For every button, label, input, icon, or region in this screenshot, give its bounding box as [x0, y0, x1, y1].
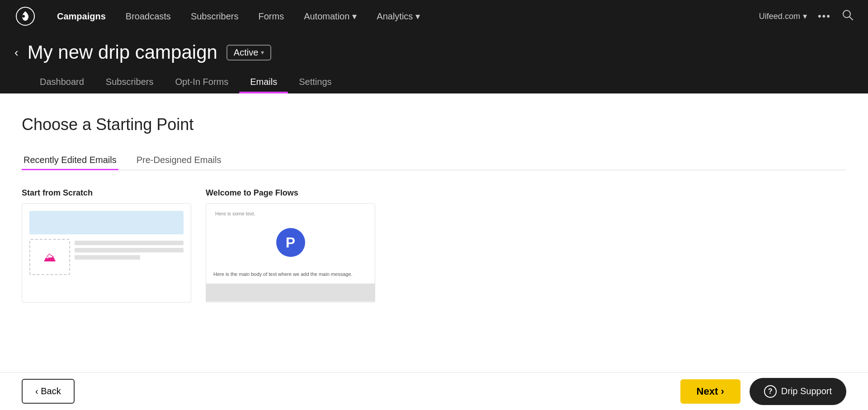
nav-forms[interactable]: Forms: [248, 0, 294, 33]
card-scratch-label: Start from Scratch: [22, 188, 191, 198]
campaign-title-row: ‹ My new drip campaign Active ▾: [14, 42, 854, 70]
nav-automation[interactable]: Automation ▾: [294, 0, 367, 33]
search-icon[interactable]: [842, 9, 854, 23]
drip-support-button[interactable]: ? Drip Support: [750, 378, 846, 405]
nav-analytics[interactable]: Analytics ▾: [367, 0, 430, 33]
tab-recently-edited[interactable]: Recently Edited Emails: [22, 150, 118, 170]
nav-subscribers[interactable]: Subscribers: [181, 0, 249, 33]
pf-body-text: Here is the main body of text where we a…: [206, 267, 375, 284]
section-title: Choose a Starting Point: [22, 115, 846, 134]
card-pageflows-label: Welcome to Page Flows: [206, 188, 375, 198]
next-button[interactable]: Next ›: [680, 379, 741, 404]
nav-broadcasts[interactable]: Broadcasts: [116, 0, 181, 33]
pf-some-text: Here is some text.: [215, 211, 255, 216]
campaign-back-arrow[interactable]: ‹: [14, 46, 19, 60]
content-tabs: Recently Edited Emails Pre-Designed Emai…: [22, 150, 846, 170]
scratch-line-2: [75, 248, 184, 252]
help-icon: ?: [764, 385, 777, 398]
scratch-line-1: [75, 241, 184, 245]
bottom-bar: ‹ Back Next › ? Drip Support: [0, 372, 868, 410]
email-card-scratch[interactable]: Start from Scratch ⛰: [22, 188, 191, 303]
main-content: Choose a Starting Point Recently Edited …: [0, 93, 868, 373]
tab-dashboard[interactable]: Dashboard: [29, 70, 95, 93]
mountain-icon: ⛰: [43, 250, 56, 265]
tab-emails[interactable]: Emails: [239, 70, 288, 93]
more-menu[interactable]: •••: [818, 10, 831, 22]
card-scratch-preview: ⛰: [22, 203, 191, 303]
campaign-title: My new drip campaign: [28, 42, 217, 63]
pf-logo-circle: P: [276, 228, 305, 257]
svg-line-3: [849, 17, 853, 20]
tab-subscribers[interactable]: Subscribers: [95, 70, 165, 93]
bottom-right-actions: Next › ? Drip Support: [680, 378, 846, 405]
email-cards-grid: Start from Scratch ⛰: [22, 188, 846, 303]
scratch-lines: [75, 239, 184, 260]
status-chevron: ▾: [261, 49, 264, 56]
nav-right: Uifeed.com ▾ •••: [759, 9, 854, 23]
tab-settings[interactable]: Settings: [288, 70, 342, 93]
logo[interactable]: [14, 5, 36, 27]
top-navigation: Campaigns Broadcasts Subscribers Forms A…: [0, 0, 868, 33]
tab-pre-designed[interactable]: Pre-Designed Emails: [135, 150, 223, 170]
svg-point-1: [22, 15, 25, 18]
pf-gray-block: [206, 284, 375, 302]
drip-support-label: Drip Support: [781, 386, 832, 396]
scratch-image-placeholder: ⛰: [29, 239, 70, 275]
pf-preview-top: Here is some text. P: [206, 204, 375, 267]
nav-links: Campaigns Broadcasts Subscribers Forms A…: [47, 0, 759, 33]
nav-campaigns[interactable]: Campaigns: [47, 0, 116, 33]
card-pageflows-preview: Here is some text. P Here is the main bo…: [206, 203, 375, 303]
tab-opt-in-forms[interactable]: Opt-In Forms: [164, 70, 239, 93]
campaign-tabs: Dashboard Subscribers Opt-In Forms Email…: [14, 70, 854, 93]
back-button[interactable]: ‹ Back: [22, 379, 75, 404]
scratch-header-block: [29, 211, 184, 234]
email-card-pageflows[interactable]: Welcome to Page Flows Here is some text.…: [206, 188, 375, 303]
status-badge[interactable]: Active ▾: [226, 45, 271, 61]
scratch-line-3: [75, 255, 140, 260]
campaign-header: ‹ My new drip campaign Active ▾ Dashboar…: [0, 33, 868, 93]
account-menu[interactable]: Uifeed.com ▾: [759, 11, 807, 21]
